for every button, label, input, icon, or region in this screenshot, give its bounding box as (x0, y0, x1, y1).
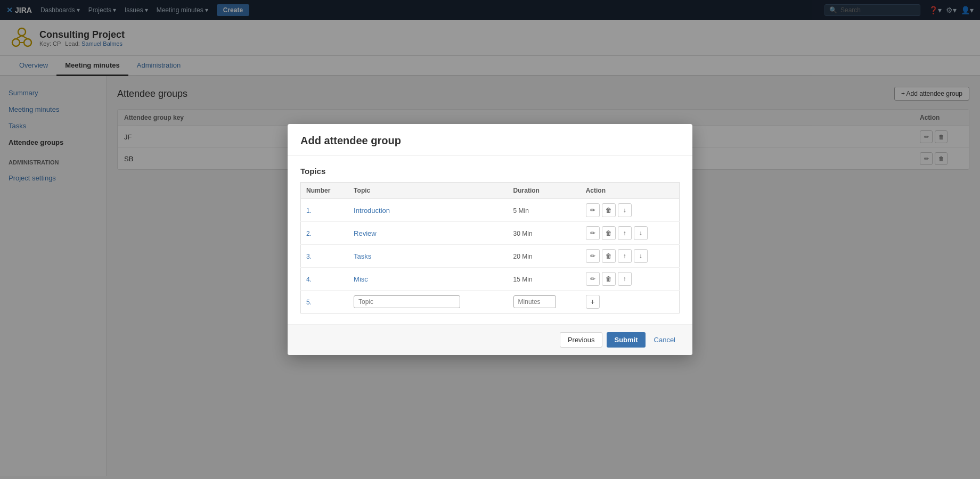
new-topic-num: 5. (306, 299, 312, 306)
modal-footer: Previous Submit Cancel (288, 324, 692, 355)
move-down-topic-2-button[interactable]: ↓ (634, 226, 648, 240)
topic-duration: 5 Min (513, 207, 529, 214)
topic-name: Introduction (354, 207, 390, 214)
modal-header: Add attendee group (288, 124, 692, 156)
delete-topic-4-button[interactable]: 🗑 (602, 272, 616, 286)
topic-row: 2. Review 30 Min ✏🗑↑↓ (301, 222, 680, 245)
topic-num: 4. (306, 276, 312, 283)
new-minutes-input[interactable] (513, 295, 556, 308)
edit-topic-3-button[interactable]: ✏ (586, 249, 600, 263)
topic-actions: ✏🗑↓ (586, 203, 674, 217)
new-topic-input[interactable] (354, 295, 460, 308)
move-down-topic-3-button[interactable]: ↓ (634, 249, 648, 263)
col-number: Number (301, 183, 349, 199)
add-attendee-group-modal: Add attendee group Topics Number Topic D… (288, 124, 692, 355)
move-up-topic-2-button[interactable]: ↑ (618, 226, 632, 240)
topic-row: 3. Tasks 20 Min ✏🗑↑↓ (301, 245, 680, 268)
delete-topic-2-button[interactable]: 🗑 (602, 226, 616, 240)
topic-duration: 15 Min (513, 276, 533, 283)
new-topic-row: 5. + (301, 291, 680, 313)
modal-body: Topics Number Topic Duration Action 1. I… (288, 156, 692, 324)
move-up-topic-4-button[interactable]: ↑ (618, 272, 632, 286)
topic-num: 3. (306, 253, 312, 260)
topic-num: 2. (306, 230, 312, 237)
topics-section-title: Topics (300, 167, 680, 176)
topic-num: 1. (306, 207, 312, 214)
modal-title: Add attendee group (300, 135, 680, 147)
delete-topic-1-button[interactable]: 🗑 (602, 203, 616, 217)
topic-row: 4. Misc 15 Min ✏🗑↑ (301, 268, 680, 291)
move-up-topic-3-button[interactable]: ↑ (618, 249, 632, 263)
modal-overlay: Add attendee group Topics Number Topic D… (0, 0, 980, 476)
col-topic: Topic (348, 183, 508, 199)
cancel-button[interactable]: Cancel (650, 332, 680, 348)
topic-name: Tasks (354, 252, 371, 260)
add-topic-button[interactable]: + (586, 295, 600, 309)
edit-topic-2-button[interactable]: ✏ (586, 226, 600, 240)
submit-button[interactable]: Submit (607, 332, 645, 348)
topic-name: Misc (354, 275, 368, 283)
delete-topic-3-button[interactable]: 🗑 (602, 249, 616, 263)
col-action: Action (581, 183, 680, 199)
move-down-topic-1-button[interactable]: ↓ (618, 203, 632, 217)
col-duration: Duration (508, 183, 581, 199)
topic-duration: 20 Min (513, 253, 533, 260)
topic-actions: ✏🗑↑↓ (586, 249, 674, 263)
topic-row: 1. Introduction 5 Min ✏🗑↓ (301, 199, 680, 222)
topic-duration: 30 Min (513, 230, 533, 237)
previous-button[interactable]: Previous (560, 332, 603, 348)
topics-table: Number Topic Duration Action 1. Introduc… (300, 182, 680, 313)
topics-table-header: Number Topic Duration Action (301, 183, 680, 199)
edit-topic-1-button[interactable]: ✏ (586, 203, 600, 217)
topic-actions: ✏🗑↑ (586, 272, 674, 286)
topic-actions: ✏🗑↑↓ (586, 226, 674, 240)
edit-topic-4-button[interactable]: ✏ (586, 272, 600, 286)
topic-name: Review (354, 229, 377, 237)
